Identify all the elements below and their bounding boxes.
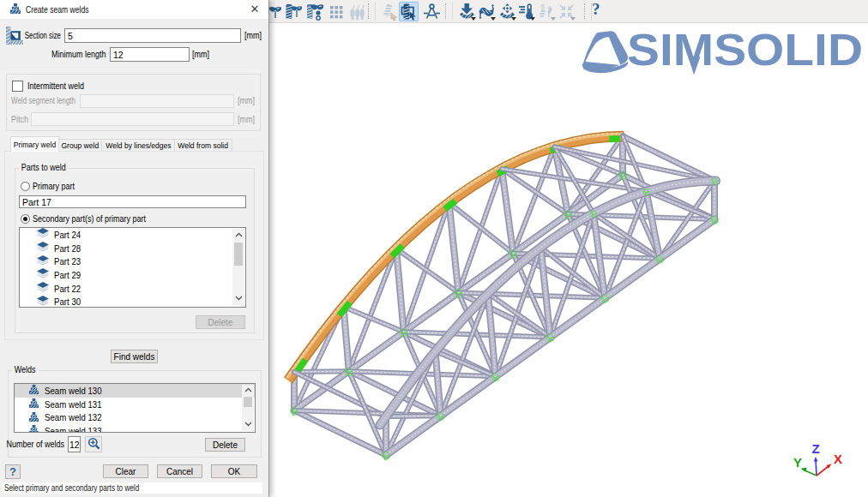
measure-icon bbox=[423, 3, 441, 21]
primary-part-radio[interactable] bbox=[21, 182, 30, 191]
toolbar-button-measure[interactable] bbox=[422, 2, 442, 21]
triad-y-label: Y bbox=[793, 455, 802, 470]
scroll-up-icon[interactable] bbox=[244, 386, 253, 396]
weld-segment-length-label: Weld segment length bbox=[11, 96, 75, 105]
pitch-unit: [mm] bbox=[238, 115, 255, 124]
pick-seam-icon bbox=[383, 3, 401, 21]
weld-list-item[interactable]: Seam weld 131 bbox=[15, 398, 255, 411]
weld-list-item[interactable]: Seam weld 130 bbox=[15, 384, 255, 398]
toolbar-button-create-seam-welds[interactable] bbox=[399, 2, 419, 21]
section-size-label: Section size bbox=[25, 31, 61, 40]
toolbar-separator bbox=[368, 3, 369, 19]
primary-part-input[interactable] bbox=[19, 195, 246, 208]
toolbar-button-reactions[interactable]: S bbox=[537, 2, 557, 21]
find-welds-button[interactable]: Find welds bbox=[111, 350, 158, 363]
dialog-titlebar[interactable]: Create seam welds✕ bbox=[0, 0, 268, 19]
displacement-icon bbox=[478, 3, 496, 21]
welds-list-scrollbar[interactable] bbox=[242, 385, 254, 431]
cancel-button[interactable]: Cancel bbox=[157, 464, 202, 478]
toolbar-button-connections-grid[interactable] bbox=[327, 2, 347, 21]
clear-button[interactable]: Clear bbox=[103, 464, 148, 478]
part-icon bbox=[37, 296, 49, 308]
secondary-parts-list[interactable]: Part 24Part 28Part 23Part 29Part 22Part … bbox=[19, 227, 246, 308]
scroll-down-icon[interactable] bbox=[244, 420, 253, 429]
section-size-input[interactable] bbox=[64, 28, 241, 43]
part-list-item[interactable]: Part 30 bbox=[20, 295, 245, 308]
toolbar-separator bbox=[445, 3, 446, 19]
simsolid-application: SIMSOLID Z Y X S? Create seam welds✕Sect… bbox=[0, 0, 868, 497]
toolbar-button-collapse[interactable] bbox=[557, 2, 576, 21]
toolbar-button-remote-load[interactable] bbox=[497, 2, 517, 21]
toolbar-button-review-welds[interactable] bbox=[283, 2, 303, 21]
scroll-up-icon[interactable] bbox=[234, 231, 244, 241]
part-list-item[interactable]: Part 22 bbox=[20, 282, 245, 296]
orientation-triad: Z Y X bbox=[791, 433, 851, 484]
welds-list[interactable]: Seam weld 130Seam weld 131Seam weld 132S… bbox=[14, 383, 256, 433]
part-list-item[interactable]: Part 24 bbox=[20, 228, 245, 242]
weld-list-item[interactable]: Seam weld 133 bbox=[15, 424, 255, 433]
scrollbar-thumb[interactable] bbox=[234, 243, 243, 266]
tab-weld-from-solid[interactable]: Weld from solid bbox=[175, 139, 232, 152]
toolbar-button-force-load[interactable] bbox=[457, 2, 477, 21]
seam-weld-icon bbox=[28, 411, 39, 424]
part-list-item[interactable]: Part 23 bbox=[20, 254, 245, 268]
secondary-parts-label: Secondary part(s) of primary part bbox=[33, 214, 146, 224]
part-icon bbox=[37, 228, 49, 241]
toolbar-separator bbox=[584, 3, 585, 19]
seam-weld-icon bbox=[9, 3, 21, 16]
status-message: Select primary and secondary parts to we… bbox=[4, 482, 139, 494]
part-icon bbox=[37, 242, 49, 254]
toolbar-button-displacement[interactable] bbox=[477, 2, 497, 21]
status-bar: Select primary and secondary parts to we… bbox=[2, 482, 262, 494]
toolbar-separator bbox=[375, 3, 376, 21]
weld-segment-length-input[interactable] bbox=[80, 94, 234, 108]
secondary-parts-radio[interactable] bbox=[21, 214, 30, 224]
number-of-welds-value bbox=[68, 436, 81, 452]
toolbar-button-review-weld-results[interactable] bbox=[304, 2, 324, 21]
minimum-length-input[interactable] bbox=[110, 47, 190, 62]
scroll-down-icon[interactable] bbox=[234, 294, 244, 303]
collapse-icon bbox=[558, 3, 576, 21]
welds-delete-button[interactable]: Delete bbox=[205, 438, 245, 452]
part-icon bbox=[37, 255, 49, 268]
ok-button[interactable]: OK bbox=[211, 464, 257, 478]
triad-z-label: Z bbox=[811, 441, 819, 456]
dialog-close-button[interactable]: ✕ bbox=[248, 3, 262, 16]
parts-delete-button[interactable]: Delete bbox=[196, 315, 245, 329]
part-icon bbox=[37, 282, 49, 295]
toolbar-separator bbox=[452, 3, 453, 21]
remote-load-icon bbox=[498, 3, 516, 21]
tab-primary-weld[interactable]: Primary weld bbox=[10, 136, 59, 152]
part-list-item[interactable]: Part 28 bbox=[20, 242, 245, 255]
number-of-welds-label: Number of welds bbox=[6, 440, 64, 449]
spot-welds-icon bbox=[348, 3, 366, 21]
section-size-unit: [mm] bbox=[244, 31, 262, 40]
reactions-icon: S bbox=[538, 3, 556, 21]
intermittent-weld-checkbox[interactable] bbox=[12, 81, 23, 92]
right-truss-web bbox=[386, 181, 714, 455]
svg-text:S: S bbox=[540, 3, 546, 10]
dialog-help-button[interactable]: ? bbox=[5, 464, 21, 479]
toolbar-button-thermal-load[interactable] bbox=[516, 2, 536, 21]
zoom-to-welds-button[interactable] bbox=[85, 436, 102, 452]
parts-to-weld-legend: Parts to weld bbox=[19, 163, 68, 172]
section-size-icon bbox=[5, 27, 23, 46]
toolbar-help-button[interactable]: ? bbox=[592, 0, 600, 19]
toolbar-button-spot-welds[interactable] bbox=[347, 2, 367, 21]
triad-x-label: X bbox=[834, 452, 842, 466]
welds-legend: Welds bbox=[12, 365, 38, 374]
scrollbar-thumb[interactable] bbox=[244, 397, 252, 407]
pitch-label: Pitch bbox=[11, 115, 28, 124]
intermittent-weld-label: Intermittent weld bbox=[27, 81, 84, 91]
seam-weld-icon bbox=[28, 424, 39, 433]
review-welds-icon bbox=[284, 3, 302, 21]
weld-segment-length-unit: [mm] bbox=[238, 96, 255, 105]
tab-group-weld[interactable]: Group weld bbox=[59, 139, 102, 152]
weld-list-item[interactable]: Seam weld 132 bbox=[15, 410, 255, 424]
seam-weld-icon bbox=[28, 384, 39, 397]
tab-weld-by-lines-edges[interactable]: Weld by lines/edges bbox=[102, 139, 176, 152]
part-list-item[interactable]: Part 29 bbox=[20, 268, 245, 282]
parts-list-scrollbar[interactable] bbox=[232, 229, 244, 306]
connections-grid-icon bbox=[328, 3, 346, 21]
pitch-input[interactable] bbox=[31, 112, 234, 126]
